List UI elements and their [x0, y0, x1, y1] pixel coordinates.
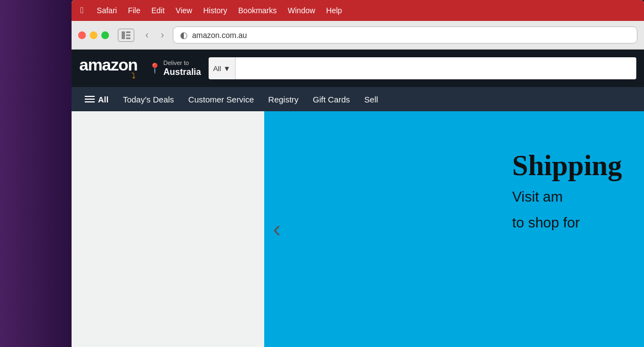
- navbar-all-label: All: [98, 95, 108, 104]
- svg-rect-1: [126, 31, 130, 33]
- browser-window:  Safari File Edit View History Bookmark…: [72, 0, 644, 347]
- svg-rect-3: [126, 37, 130, 39]
- address-text: amazon.com.au: [192, 31, 630, 40]
- minimize-button[interactable]: [90, 31, 97, 39]
- search-category-dropdown[interactable]: All ▼: [209, 57, 235, 79]
- svg-rect-2: [126, 34, 130, 36]
- menubar-file[interactable]: File: [128, 6, 140, 15]
- search-bar[interactable]: All ▼: [209, 57, 636, 79]
- navbar-gift-cards[interactable]: Gift Cards: [307, 93, 356, 106]
- hero-title: Shipping: [512, 150, 623, 181]
- hero-prev-button[interactable]: ‹: [273, 216, 281, 242]
- hero-subtitle-line1: Visit am: [512, 187, 623, 207]
- deliver-to-country: Australia: [163, 67, 201, 77]
- hero-section: ‹ Shipping Visit am to shop for: [72, 111, 644, 347]
- menubar-edit[interactable]: Edit: [151, 6, 165, 15]
- menubar-safari[interactable]: Safari: [97, 6, 117, 15]
- forward-button[interactable]: ›: [157, 28, 167, 42]
- navbar-customer-service[interactable]: Customer Service: [183, 93, 259, 106]
- background-blur: [0, 0, 72, 347]
- dropdown-arrow-icon: ▼: [223, 64, 231, 73]
- maximize-button[interactable]: [101, 31, 109, 39]
- amazon-logo[interactable]: amazon ⤵: [79, 57, 138, 80]
- amazon-site: amazon ⤵ 📍 Deliver to Australia All ▼: [72, 50, 644, 347]
- menubar-view[interactable]: View: [176, 6, 192, 15]
- back-button[interactable]: ‹: [142, 28, 152, 42]
- search-category-label: All: [213, 64, 221, 73]
- deliver-to[interactable]: 📍 Deliver to Australia: [149, 59, 201, 77]
- menubar-history[interactable]: History: [203, 6, 227, 15]
- browser-chrome: ‹ › ◐ amazon.com.au: [72, 21, 644, 50]
- security-icon: ◐: [180, 30, 188, 40]
- hero-subtitle-line2: to shop for: [512, 213, 623, 232]
- menubar-help[interactable]: Help: [326, 6, 342, 15]
- hero-text: Shipping Visit am to shop for: [490, 133, 645, 249]
- amazon-header: amazon ⤵ 📍 Deliver to Australia All ▼: [72, 50, 644, 87]
- hamburger-icon: [85, 96, 95, 102]
- hero-main: ‹ Shipping Visit am to shop for: [264, 111, 644, 347]
- apple-icon[interactable]: : [80, 6, 84, 15]
- screen-wrapper:  Safari File Edit View History Bookmark…: [0, 0, 644, 347]
- sidebar-toggle-button[interactable]: [118, 29, 134, 42]
- svg-rect-0: [122, 31, 125, 39]
- traffic-lights: [78, 31, 109, 39]
- close-button[interactable]: [78, 31, 86, 39]
- amazon-logo-text: amazon: [79, 56, 138, 74]
- mac-menubar:  Safari File Edit View History Bookmark…: [72, 0, 644, 21]
- menubar-bookmarks[interactable]: Bookmarks: [238, 6, 277, 15]
- navbar-todays-deals[interactable]: Today's Deals: [117, 93, 179, 106]
- menubar-window[interactable]: Window: [288, 6, 315, 15]
- address-bar[interactable]: ◐ amazon.com.au: [173, 26, 637, 44]
- navbar-all[interactable]: All: [79, 93, 114, 106]
- navbar-sell[interactable]: Sell: [359, 93, 384, 106]
- hero-left-panel: [72, 111, 264, 347]
- deliver-to-label: Deliver to: [163, 59, 201, 67]
- search-input[interactable]: [236, 57, 637, 79]
- amazon-navbar: All Today's Deals Customer Service Regis…: [72, 87, 644, 111]
- location-icon: 📍: [149, 62, 161, 74]
- navbar-registry[interactable]: Registry: [263, 93, 304, 106]
